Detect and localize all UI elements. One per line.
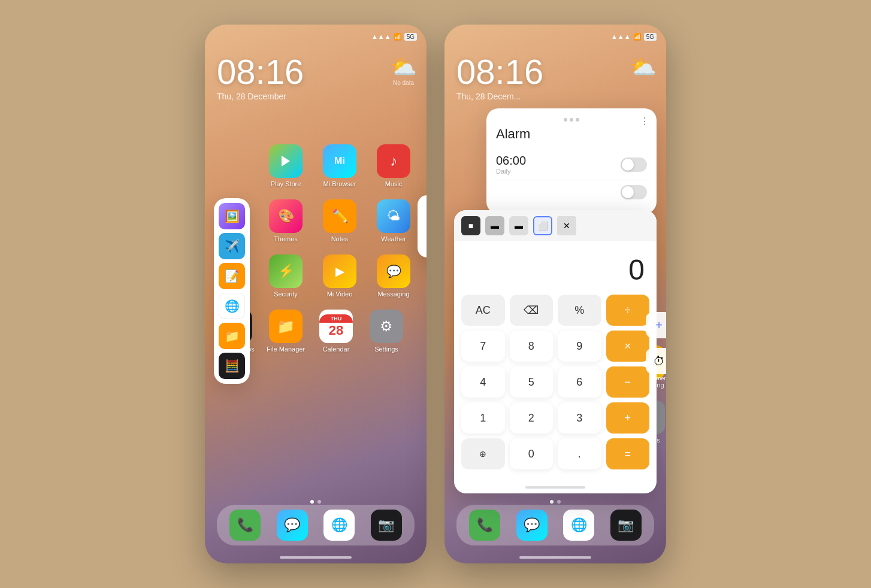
calc-8-btn[interactable]: 8 [510,331,554,362]
alarm-card: ⋮ Alarm 06:00 Daily [486,108,657,214]
app-label-weather: Weather [381,235,406,243]
signal-icon-right: ▲▲▲ [611,33,631,40]
calc-backspace-btn[interactable]: ⌫ [510,295,554,326]
app-sidebar: 🖼️ ✈️ 📝 🌐 📁 🧮 [214,198,250,384]
calc-percent-btn[interactable]: % [558,295,601,326]
calc-3-btn[interactable]: 3 [558,402,601,434]
calc-minus-btn[interactable]: − [606,366,650,398]
app-label-music: Music [385,180,403,187]
dot-indicator-left [205,500,427,504]
alarm-more-button[interactable]: ⋮ [640,116,649,127]
time-text-left: 08:16 [217,54,304,89]
weather-widget-right: ⛅ [630,54,657,80]
calc-bottom-bar [525,486,585,489]
app-item-mivideo[interactable]: ▶ Mi Video [319,254,361,298]
app-label-mibrowser: Mi Browser [323,180,356,187]
battery-icon-right: 5G [644,33,657,41]
calc-toolbar: ■ ▬ ▬ ⬜ ✕ [454,210,657,241]
calc-tool-lightgray[interactable]: ▬ [509,216,528,235]
screens-container: ▲▲▲ 📶 5G 08:16 Thu, 28 December ⛅ No dat… [196,25,675,563]
app-item-music[interactable]: ♪ Music [373,144,415,187]
calc-plus-btn[interactable]: + [606,402,650,434]
calc-tool-close[interactable]: ✕ [557,216,576,235]
sidebar-telegram-icon[interactable]: ✈️ [219,233,245,259]
status-bar-right: ▲▲▲ 📶 5G [444,25,666,49]
app-item-themes[interactable]: 🎨 Themes [265,199,307,243]
app-item-weather[interactable]: 🌤 Weather [373,199,415,243]
dock-phone-left[interactable]: 📞 [229,510,261,541]
calc-7-btn[interactable]: 7 [461,331,505,362]
time-display-left: 08:16 Thu, 28 December [217,54,304,101]
dock-camera-left[interactable]: 📷 [371,510,402,541]
dock-bubble-right[interactable]: 💬 [516,510,548,541]
calculator-card: ■ ▬ ▬ ⬜ ✕ 0 AC ⌫ % ÷ [454,210,657,493]
calc-multiply-btn[interactable]: × [606,331,650,362]
calc-1-btn[interactable]: 1 [461,402,505,434]
left-phone-screen: ▲▲▲ 📶 5G 08:16 Thu, 28 December ⛅ No dat… [205,25,427,563]
app-item-messaging-left[interactable]: 💬 Messaging [373,254,415,298]
calc-2-btn[interactable]: 2 [510,402,554,434]
calc-9-btn[interactable]: 9 [558,331,601,362]
date-text-left: Thu, 28 December [217,92,304,101]
home-bar-right [519,556,591,559]
app-item-calendar[interactable]: THU 28 Calendar [315,310,357,353]
dock-chrome-left[interactable]: 🌐 [323,510,355,541]
dock-phone-right[interactable]: 📞 [469,510,500,541]
app-label-messaging-left: Messaging [377,290,409,298]
app-label-calendar: Calendar [323,345,350,353]
calc-0-btn[interactable]: 0 [510,438,554,469]
calc-4-btn[interactable]: 4 [461,366,505,398]
sidebar-notes-icon[interactable]: 📝 [219,263,245,289]
app-item-settings-left[interactable]: ⚙ Settings [365,310,407,353]
app-label-settings-left: Settings [374,345,398,353]
app-label-security: Security [274,290,298,298]
alarm-toggle-2[interactable] [621,185,647,199]
signal-icon: ▲▲▲ [371,33,391,40]
app-item-mibrowser[interactable]: Mi Mi Browser [319,144,361,187]
app-item-notes[interactable]: ✏️ Notes [319,199,361,243]
timer-icon-right[interactable]: ⏱ Timer [646,348,666,381]
status-bar-left: ▲▲▲ 📶 5G [205,25,427,49]
calc-5-btn[interactable]: 5 [510,366,554,398]
calc-tool-dark[interactable]: ■ [461,216,480,235]
app-label-playstore: Play Store [271,180,301,187]
sidebar-files-icon[interactable]: 📁 [219,323,245,349]
sidebar-chrome-icon[interactable]: 🌐 [219,293,245,319]
battery-icon: 5G [404,33,417,41]
alarm-label-1: Daily [496,168,526,175]
calc-tool-gray[interactable]: ▬ [485,216,504,235]
calc-divide-btn[interactable]: ÷ [606,295,650,326]
calc-ac-btn[interactable]: AC [461,295,505,326]
dock-chrome-right[interactable]: 🌐 [563,510,594,541]
weather-widget-left: ⛅ No data [390,54,417,86]
right-side-icons: + ⏱ Timer [646,312,666,381]
dock-bubble-left[interactable]: 💬 [277,510,308,541]
calc-equal-btn[interactable]: = [606,438,650,469]
calc-number-display: 0 [466,253,645,286]
alarm-card-dots [496,118,647,122]
calc-buttons: AC ⌫ % ÷ 7 8 9 × 4 5 6 − [454,292,657,481]
alarm-toggle-1[interactable] [621,157,647,172]
app-item-security[interactable]: ⚡ Security [265,254,307,298]
calc-display: 0 [454,241,657,292]
time-text-right: 08:16 [456,54,543,89]
calc-tool-active[interactable]: ⬜ [533,216,552,235]
app-label-filemanager: File Manager [267,345,305,353]
app-item-filemanager[interactable]: 📁 File Manager [265,310,307,353]
app-label-themes: Themes [274,235,298,243]
home-bar-left [280,556,352,559]
sidebar-gallery-icon[interactable]: 🖼️ [219,203,245,229]
calc-dot-btn[interactable]: . [558,438,601,469]
full-screen-option[interactable]: Full sc... [424,201,427,251]
calc-6-btn[interactable]: 6 [558,366,601,398]
dot-indicator-right [444,500,666,504]
dock-camera-right[interactable]: 📷 [610,510,642,541]
calc-special-btn[interactable]: ⊕ [461,438,505,469]
time-display-right: 08:16 Thu, 28 Decem... [456,54,543,101]
plus-icon-right[interactable]: + [646,312,666,338]
app-item-playstore[interactable]: Play Store [265,144,307,187]
sidebar-calculator-icon[interactable]: 🧮 [219,353,245,379]
dock-right: 📞 💬 🌐 📷 [456,505,654,545]
weather-icon-left: ⛅ [390,54,417,80]
wifi-icon-right: 📶 [633,33,642,41]
